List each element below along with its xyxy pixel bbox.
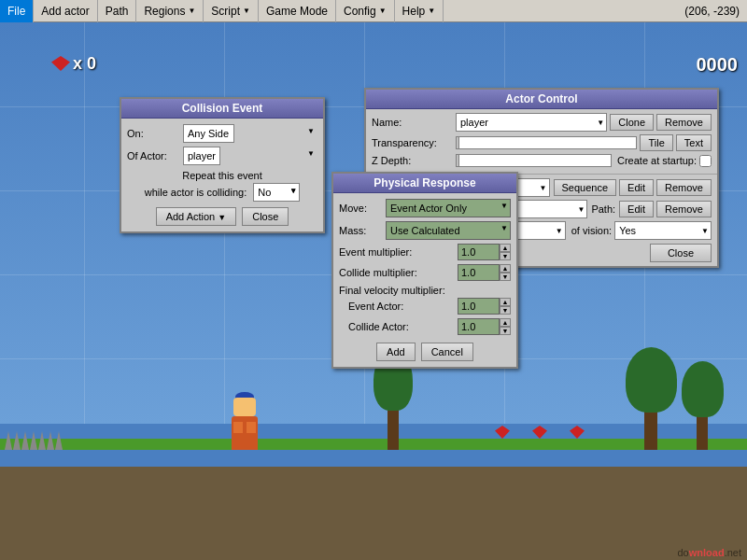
clone-button[interactable]: Clone [610,114,654,131]
move-select[interactable]: Event Actor Only [386,199,511,217]
collide-actor-down[interactable]: ▼ [500,327,511,335]
on-label: On: [127,128,183,139]
collide-actor-label: Collide Actor: [348,321,458,332]
zdepth-label: Z Depth: [372,155,456,166]
sequence-button[interactable]: Sequence [554,179,617,196]
collide-mult-label: Collide multiplier: [339,267,458,278]
hud-gem-count: x 0 [73,54,96,74]
phys-cancel-button[interactable]: Cancel [421,343,473,361]
repeat-text: Repeat this eventwhile actor is collidin… [127,169,317,202]
transparency-label: Transparency: [372,137,456,148]
event-mult-input[interactable] [458,244,500,260]
event-actor-input[interactable] [458,298,500,315]
collision-close-button[interactable]: Close [242,207,289,226]
collide-mult-input[interactable] [458,264,500,281]
create-label: Create at startup: [617,155,697,166]
menu-config[interactable]: Config [336,0,395,22]
on-select-wrapper: Any Side [183,124,317,143]
menu-game-mode[interactable]: Game Mode [259,0,336,22]
event-mult-down[interactable]: ▼ [500,252,511,260]
no-select[interactable]: No [253,183,300,202]
menu-bar: File Add actor Path Regions Script Game … [0,0,747,22]
name-select-wrapper: player [456,113,607,132]
gem [532,426,547,439]
character [232,416,258,450]
menu-help[interactable]: Help [395,0,444,22]
of-actor-select[interactable]: player [183,147,220,165]
actor-close-button[interactable]: Close [650,244,712,262]
fov-select-wrapper: Yes [614,221,712,240]
gem [495,426,510,439]
grid-line [84,22,85,424]
text-button[interactable]: Text [676,134,712,151]
name-label: Name: [372,117,456,128]
mass-select-wrapper: Use Calculated [386,221,511,240]
phys-add-button[interactable]: Add [376,343,416,361]
edit-button[interactable]: Edit [619,179,654,196]
on-select[interactable]: Any Side [183,124,234,143]
menu-script[interactable]: Script [204,0,259,22]
character-head [233,398,256,416]
create-checkbox[interactable] [699,155,712,167]
collide-actor-up[interactable]: ▲ [500,318,511,327]
move-label: Move: [339,203,386,214]
event-actor-label: Event Actor: [348,301,458,312]
remove2-button[interactable]: Remove [656,201,712,217]
actor-panel-title: Actor Control [366,90,717,109]
menu-file[interactable]: File [0,0,34,22]
ground [0,467,747,560]
remove-anim-button[interactable]: Remove [656,179,712,196]
collide-mult-down[interactable]: ▼ [500,273,511,281]
watermark: download.net [678,547,742,558]
final-vel-label: Final velocity multiplier: [339,285,511,296]
collide-mult-up[interactable]: ▲ [500,264,511,273]
mass-select[interactable]: Use Calculated [386,221,511,240]
physical-response-panel: Physical Response Move: Event Actor Only… [331,172,518,369]
collide-actor-input[interactable] [458,318,500,335]
gem [570,426,585,439]
game-area: x 0 0000 Collision Event [0,22,747,560]
edit2-button[interactable]: Edit [619,201,654,217]
event-mult-label: Event multiplier: [339,246,458,258]
of-actor-select-wrapper: player [183,147,317,165]
menu-add-actor[interactable]: Add actor [34,0,97,22]
path-label: Path: [591,203,615,215]
tile-button[interactable]: Tile [640,134,672,151]
watermark-highlight: wnload [689,547,725,558]
collision-panel-title: Collision Event [121,99,323,119]
menu-path[interactable]: Path [98,0,137,22]
fov-select[interactable]: Yes [614,221,712,240]
actor-remove-button[interactable]: Remove [656,114,712,131]
add-action-button[interactable]: Add Action ▼ [156,207,237,226]
event-actor-down[interactable]: ▼ [500,306,511,315]
collision-event-panel: Collision Event On: Any Side Of Actor: p… [120,97,325,233]
ground-top [0,439,747,450]
of-actor-label: Of Actor: [127,150,183,161]
coordinates-display: (206, -239) [677,3,747,20]
move-select-wrapper: Event Actor Only [386,199,511,217]
phys-panel-title: Physical Response [333,174,516,193]
menu-regions[interactable]: Regions [136,0,204,22]
fov-label: of vision: [571,225,612,236]
event-mult-up[interactable]: ▲ [500,244,511,252]
hud-score: 0000 [697,54,739,76]
mass-label: Mass: [339,225,386,236]
event-actor-up[interactable]: ▲ [500,298,511,306]
name-select[interactable]: player [456,113,607,132]
